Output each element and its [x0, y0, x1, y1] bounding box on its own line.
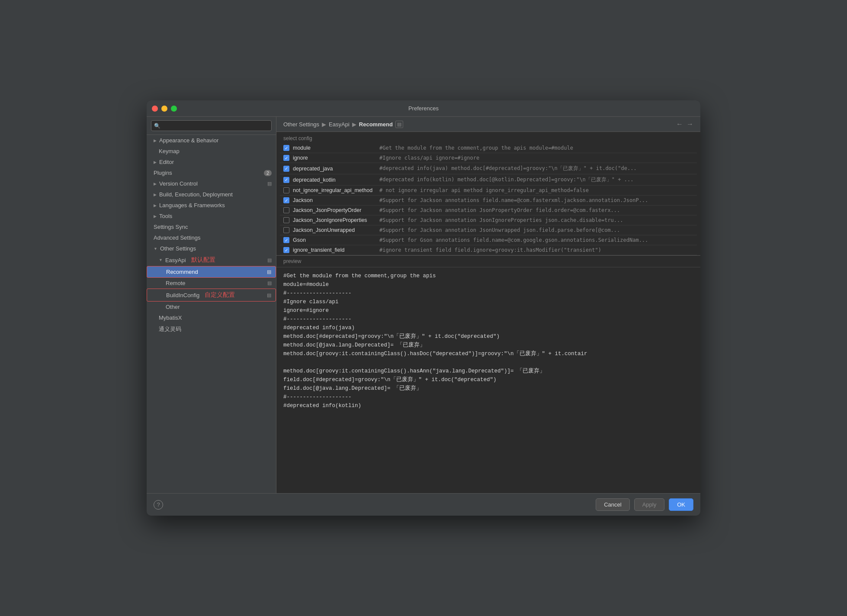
- cancel-button[interactable]: Cancel: [596, 498, 629, 511]
- doc-icon: ▤: [267, 292, 271, 298]
- sidebar-item-label: MybatisX: [159, 314, 182, 321]
- sidebar-item-appearance[interactable]: Appearance & Behavior: [147, 135, 276, 146]
- sidebar-item-buildinconfig[interactable]: BuildInConfig 自定义配置 ▤: [147, 289, 276, 302]
- config-desc-deprecated-kotlin: #deprecated info(kotlin) method.doc[@kot…: [379, 176, 693, 183]
- config-desc-jackson-ignore: #Support for Jackson annotation JsonIgno…: [379, 217, 693, 223]
- config-row-deprecated-java[interactable]: ✓ deprecated_java #deprecated info(java)…: [280, 163, 697, 174]
- config-name-module: module: [293, 145, 379, 151]
- breadcrumb-sep-1: ▶: [322, 121, 326, 128]
- sidebar-item-remote[interactable]: Remote ▤: [147, 278, 276, 289]
- checkbox-jackson[interactable]: ✓: [283, 197, 289, 203]
- checkbox-deprecated-java[interactable]: ✓: [283, 166, 289, 172]
- sidebar-item-plugins[interactable]: Plugins 2: [147, 167, 276, 178]
- plugins-badge: 2: [264, 170, 272, 176]
- breadcrumb-sep-2: ▶: [352, 121, 356, 128]
- sidebar-item-label: BuildInConfig: [166, 292, 199, 298]
- search-bar: 🔍: [147, 117, 276, 135]
- sidebar: 🔍 Appearance & Behavior Keymap Editor Pl…: [147, 117, 276, 493]
- config-name-jackson-unwrapped: Jackson_JsonUnwrapped: [293, 227, 379, 233]
- config-row-jackson-ignore[interactable]: Jackson_JsonIgnoreProperties #Support fo…: [280, 215, 697, 225]
- sidebar-item-languages[interactable]: Languages & Frameworks: [147, 200, 276, 211]
- sidebar-item-tongyilingma[interactable]: 通义灵码: [147, 323, 276, 335]
- sidebar-item-easyapi[interactable]: EasyApi 默认配置 ▤: [147, 254, 276, 266]
- config-desc-ignore: #Ignore class/api ignore=#ignore: [379, 155, 693, 161]
- config-row-not-ignore[interactable]: not_ignore_irregular_api_method # not ig…: [280, 186, 697, 196]
- preview-content: #Get the module from the comment,group t…: [276, 267, 700, 493]
- sidebar-item-build[interactable]: Build, Execution, Deployment: [147, 189, 276, 200]
- minimize-button[interactable]: [161, 106, 167, 112]
- sidebar-item-keymap[interactable]: Keymap: [147, 146, 276, 157]
- breadcrumb-easyapi[interactable]: EasyApi: [329, 121, 350, 128]
- config-table: ✓ module #Get the module from the commen…: [276, 143, 700, 255]
- config-row-gson[interactable]: ✓ Gson #Support for Gson annotations fie…: [280, 235, 697, 245]
- config-name-not-ignore: not_ignore_irregular_api_method: [293, 187, 379, 193]
- sidebar-item-editor[interactable]: Editor: [147, 157, 276, 167]
- config-desc-jackson-unwrapped: #Support for Jackson annotation JsonUnwr…: [379, 227, 693, 233]
- doc-icon: ▤: [267, 181, 272, 186]
- sidebar-item-tools[interactable]: Tools: [147, 211, 276, 221]
- config-desc-deprecated-java: #deprecated info(java) method.doc[#depre…: [379, 165, 693, 172]
- sidebar-item-label: Keymap: [159, 148, 180, 154]
- sidebar-item-label: EasyApi: [165, 257, 186, 263]
- sidebar-item-label: Remote: [166, 280, 186, 286]
- sidebar-item-recommend[interactable]: Recommend ▤: [147, 266, 276, 278]
- checkbox-jackson-ignore[interactable]: [283, 217, 289, 223]
- sidebar-item-label: Languages & Frameworks: [159, 202, 225, 209]
- sidebar-item-other[interactable]: Other: [147, 302, 276, 312]
- checkbox-jackson-unwrapped[interactable]: [283, 227, 289, 233]
- doc-icon: ▤: [267, 257, 272, 263]
- checkbox-ignore-transient[interactable]: ✓: [283, 247, 289, 253]
- sidebar-item-advanced[interactable]: Advanced Settings: [147, 232, 276, 243]
- titlebar: Preferences: [147, 100, 700, 117]
- config-section-label: select config: [276, 132, 700, 143]
- preview-section: preview #Get the module from the comment…: [276, 255, 700, 493]
- checkbox-module[interactable]: ✓: [283, 145, 289, 151]
- window-title: Preferences: [408, 105, 439, 112]
- search-input[interactable]: [151, 120, 272, 131]
- config-row-deprecated-kotlin[interactable]: ✓ deprecated_kotlin #deprecated info(kot…: [280, 174, 697, 186]
- config-name-ignore-transient: ignore_transient_field: [293, 247, 379, 253]
- sidebar-item-mybatisx[interactable]: MybatisX: [147, 312, 276, 323]
- ok-button[interactable]: OK: [669, 498, 693, 511]
- config-name-jackson: Jackson: [293, 197, 379, 203]
- checkbox-ignore[interactable]: ✓: [283, 155, 289, 161]
- config-desc-module: #Get the module from the comment,group t…: [379, 145, 693, 151]
- sidebar-item-label: Settings Sync: [154, 224, 188, 230]
- checkbox-jackson-order[interactable]: [283, 207, 289, 213]
- config-desc-not-ignore: # not ignore irregular api method ignore…: [379, 187, 693, 193]
- nav-forward-icon[interactable]: →: [687, 120, 693, 128]
- config-desc-jackson: #Support for Jackson annotations field.n…: [379, 197, 693, 203]
- sidebar-item-label: Version Control: [159, 180, 198, 187]
- breadcrumb-other-settings[interactable]: Other Settings: [283, 121, 319, 128]
- sidebar-item-other-settings[interactable]: Other Settings: [147, 243, 276, 254]
- config-row-jackson[interactable]: ✓ Jackson #Support for Jackson annotatio…: [280, 196, 697, 205]
- sidebar-item-label: Tools: [159, 213, 172, 219]
- breadcrumb-recommend: Recommend: [359, 121, 393, 128]
- sidebar-item-label: Editor: [159, 159, 174, 165]
- config-row-jackson-order[interactable]: Jackson_JsonPropertyOrder #Support for J…: [280, 205, 697, 215]
- checkbox-deprecated-kotlin[interactable]: ✓: [283, 177, 289, 183]
- sidebar-item-settings-sync[interactable]: Settings Sync: [147, 221, 276, 232]
- checkbox-gson[interactable]: ✓: [283, 237, 289, 243]
- config-row-module[interactable]: ✓ module #Get the module from the commen…: [280, 143, 697, 153]
- apply-button[interactable]: Apply: [634, 498, 665, 511]
- config-desc-gson: #Support for Gson annotations field.name…: [379, 237, 693, 243]
- close-button[interactable]: [152, 106, 158, 112]
- sidebar-item-label: Plugins: [154, 170, 172, 176]
- sidebar-item-version-control[interactable]: Version Control ▤: [147, 178, 276, 189]
- sidebar-item-label: Build, Execution, Deployment: [159, 191, 233, 198]
- sidebar-item-label: Other: [166, 304, 180, 310]
- maximize-button[interactable]: [171, 106, 177, 112]
- config-desc-ignore-transient: #ignore transient field field.ignore=gro…: [379, 247, 693, 253]
- config-row-jackson-unwrapped[interactable]: Jackson_JsonUnwrapped #Support for Jacks…: [280, 225, 697, 235]
- sidebar-item-label: Recommend: [166, 269, 198, 275]
- config-name-ignore: ignore: [293, 155, 379, 161]
- sidebar-item-label: Other Settings: [160, 245, 196, 252]
- checkbox-not-ignore[interactable]: [283, 187, 289, 193]
- config-row-ignore[interactable]: ✓ ignore #Ignore class/api ignore=#ignor…: [280, 153, 697, 163]
- nav-arrows: ← →: [676, 120, 693, 128]
- search-wrap: 🔍: [151, 120, 272, 131]
- help-button[interactable]: ?: [154, 500, 163, 510]
- nav-back-icon[interactable]: ←: [676, 120, 683, 128]
- config-row-ignore-transient[interactable]: ✓ ignore_transient_field #ignore transie…: [280, 245, 697, 255]
